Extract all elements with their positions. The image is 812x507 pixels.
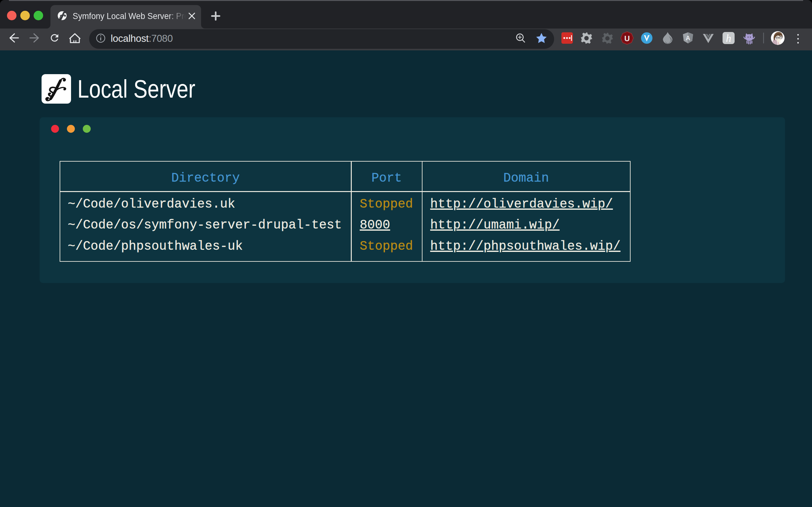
svg-text:A: A	[686, 35, 690, 42]
svg-text:h: h	[726, 32, 731, 44]
svg-text:U: U	[624, 34, 629, 43]
